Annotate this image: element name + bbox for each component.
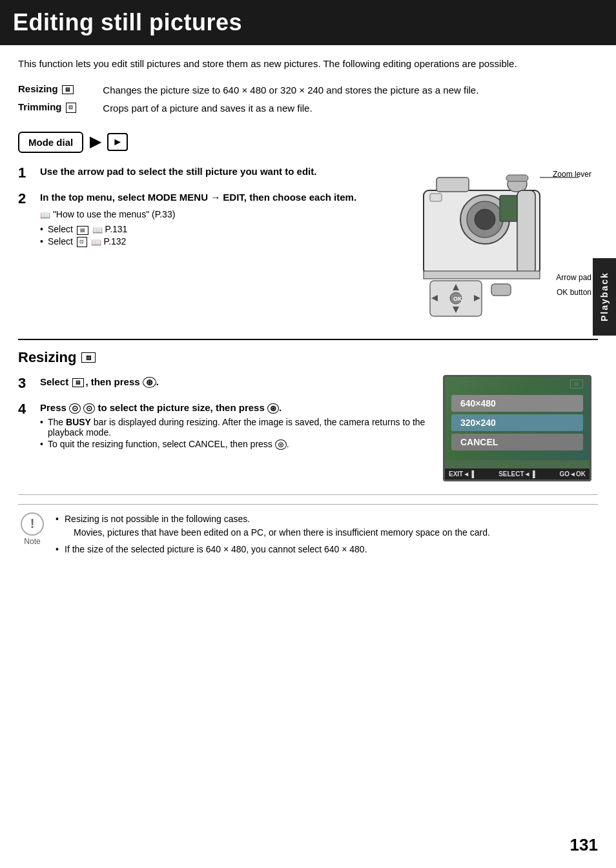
note-icon-wrap: ! Note [18,512,46,546]
trim-icon: ⊡ [66,103,76,113]
step-2-num: 2 [18,190,34,249]
step-4-num: 4 [18,401,34,451]
note-item-1: Resizing is not possible in the followin… [56,512,490,540]
svg-rect-4 [436,177,469,192]
ref-icon-2: 📖 [91,237,101,247]
lcd-exit-label: EXIT◄▐ [449,470,474,478]
playback-icon: ► [107,133,128,151]
resizing-title-icon: ▤ [81,352,96,363]
step4-down-icon: ⊙ [83,403,95,414]
step3-resize-icon: ▤ [72,378,84,387]
ok-button-label: OK button [557,288,591,297]
step-3: 3 Select ▤, then press ⊛. [18,375,430,392]
svg-rect-17 [424,271,540,279]
note-item-1b: Movies, pictures that have been edited o… [65,526,490,540]
steps2-left: 3 Select ▤, then press ⊛. 4 Press ⊙ ⊙ to… [18,375,430,481]
lcd-item-cancel: CANCEL [451,434,583,450]
step-4-bullet-2: To quit the resizing function, select CA… [40,439,430,449]
steps-and-camera: 1 Use the arrow pad to select the still … [18,165,598,332]
resizing-title: Resizing ▤ [18,349,598,366]
feature-row-trimming: Trimming ⊡ Crops part of a picture and s… [18,101,598,120]
sidebar-playback-tab: Playback [593,258,616,336]
feature-table: Resizing ▤ Changes the picture size to 6… [18,83,598,120]
step-2-bullets: Select ▤ 📖 P.131 Select ⊡ 📖 P.132 [40,224,356,247]
svg-rect-8 [517,190,535,274]
page-title: Editing still pictures [13,9,603,36]
page-number: 131 [570,835,598,855]
step-2: 2 In the top menu, select MODE MENU → ED… [18,190,398,249]
svg-rect-16 [491,284,511,296]
svg-rect-18 [506,175,528,181]
step-3-text: Select ▤, then press ⊛. [40,375,159,392]
step-2-text: In the top menu, select MODE MENU → EDIT… [40,190,356,205]
step4-cancel-ok-icon: ⊛ [275,439,287,450]
steps2-and-screen: 3 Select ▤, then press ⊛. 4 Press ⊙ ⊙ to… [18,375,598,481]
screen-right: ▤ 640×480 320×240 CANCEL EXIT◄▐ SELECT◄▐… [443,375,598,481]
mode-dial-arrow: ▶ [90,134,101,150]
step-1-num: 1 [18,165,34,181]
steps-left: 1 Use the arrow pad to select the still … [18,165,398,332]
lcd-bottom-bar: EXIT◄▐ SELECT◄▐ GO◄OK [445,469,590,479]
ref-icon-1: 📖 [92,225,103,235]
camera-diagram: OK Zoom lever Arrow pad [411,165,598,332]
svg-rect-6 [430,194,442,201]
arrow-pad-label: Arrow pad [556,273,591,282]
camera-svg: OK [417,171,553,319]
step-4-text: Press ⊙ ⊙ to select the picture size, th… [40,401,430,415]
step3-ok-icon: ⊛ [143,377,156,388]
svg-point-3 [475,209,495,230]
step-4-bullets: The BUSY bar is displayed during resizin… [40,417,430,449]
step-2-bullet-2: Select ⊡ 📖 P.132 [40,236,356,247]
feature-desc-trimming: Crops part of a picture and saves it as … [103,101,598,120]
step-1: 1 Use the arrow pad to select the still … [18,165,398,181]
lcd-screen: ▤ 640×480 320×240 CANCEL EXIT◄▐ SELECT◄▐… [443,375,591,481]
step-4-bullet-1: The BUSY bar is displayed during resizin… [40,417,430,438]
resize-icon: ▤ [62,85,74,94]
note-item-2: If the size of the selected picture is 6… [56,543,490,557]
main-content: This function lets you edit still pictur… [0,57,616,572]
note-label: Note [24,537,40,546]
feature-label-trimming: Trimming ⊡ [18,101,103,120]
zoom-lever-line [540,170,591,185]
svg-text:OK: OK [453,296,462,302]
step-4: 4 Press ⊙ ⊙ to select the picture size, … [18,401,430,451]
book-ref-icon: 📖 [40,210,50,220]
step-1-text: Use the arrow pad to select the still pi… [40,165,316,181]
title-bar: Editing still pictures [0,0,616,45]
resizing-divider [18,339,598,340]
note-text: Resizing is not possible in the followin… [56,512,490,560]
step4-up-icon: ⊙ [69,403,81,414]
trim-icon-inline: ⊡ [77,237,87,247]
step4-ok-icon: ⊛ [267,403,279,414]
lcd-select-label: SELECT◄▐ [498,470,535,478]
note-icon: ! [21,512,44,536]
step-3-num: 3 [18,375,34,392]
resize-icon-inline: ▤ [77,226,88,235]
lcd-go-label: GO◄OK [560,470,586,478]
mode-dial-section: Mode dial ▶ ► [18,132,598,153]
lcd-item-640: 640×480 [451,395,583,412]
step-2-sub: 📖 "How to use the menus" (P.33) [40,208,356,221]
note-section: ! Note Resizing is not possible in the f… [18,504,598,560]
step-2-bullet-1: Select ▤ 📖 P.131 [40,224,356,235]
intro-text: This function lets you edit still pictur… [18,57,598,72]
feature-row-resizing: Resizing ▤ Changes the picture size to 6… [18,83,598,102]
note-divider [18,494,598,495]
mode-dial-box: Mode dial [18,132,83,153]
feature-desc-resizing: Changes the picture size to 640 × 480 or… [103,83,598,102]
feature-label-resizing: Resizing ▤ [18,83,103,102]
lcd-item-320: 320×240 [451,414,583,431]
